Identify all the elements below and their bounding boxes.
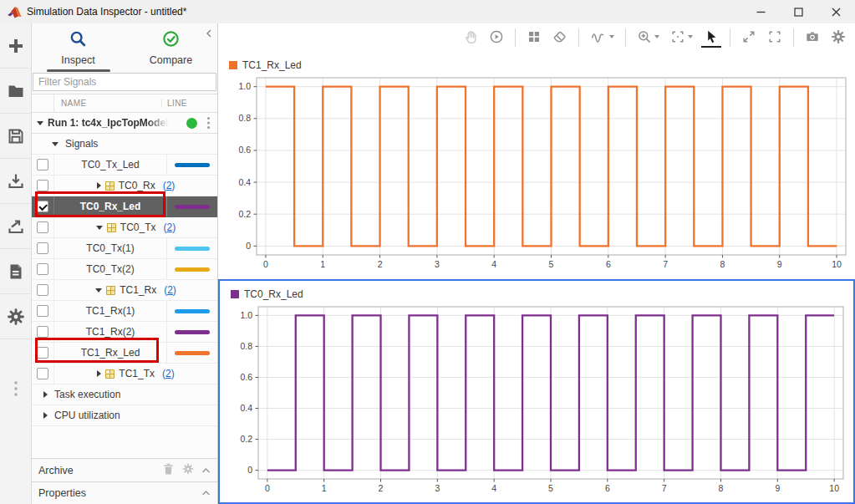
signal-row-tc1-rx-2[interactable]: TC1_Rx(2) [32, 322, 217, 343]
checkbox-tc0-rx[interactable] [37, 180, 48, 191]
signal-count-link[interactable]: (2) [162, 368, 175, 379]
pan-button[interactable] [461, 28, 481, 48]
maximize-button[interactable] [780, 0, 817, 23]
chevron-up-icon[interactable] [201, 487, 211, 499]
filter-signals-input[interactable] [33, 73, 216, 91]
signal-trace-button[interactable] [588, 28, 617, 48]
collapse-panel-button[interactable] [205, 27, 213, 42]
group-row-signals[interactable]: Signals [32, 134, 217, 155]
diagonal-arrows-icon [741, 29, 756, 44]
close-icon [832, 8, 840, 16]
category-row-task-execution[interactable]: Task execution [32, 384, 217, 405]
layout-button[interactable] [524, 28, 544, 48]
matrix-row-tc0-tx[interactable]: TC0_Tx(2) [32, 217, 217, 238]
subplot-tc1-rx-led[interactable]: TC1_Rx_Led01234567891000.20.40.60.81.0 [218, 52, 855, 279]
chevron-up-icon[interactable] [201, 465, 211, 476]
line-swatch [175, 267, 210, 272]
save-icon [7, 127, 25, 145]
more-button[interactable] [0, 366, 31, 410]
plot-toolbar [218, 23, 855, 52]
x-tick-label: 6 [606, 259, 611, 269]
signal-count-link[interactable]: (2) [163, 180, 176, 191]
row-label-cell: TC0_Rx(2) [54, 176, 217, 196]
dropdown-caret-icon[interactable] [609, 35, 614, 38]
expander-right-icon[interactable] [97, 370, 101, 377]
signal-row-tc0-tx-2[interactable]: TC0_Tx(2) [32, 259, 217, 280]
signal-row-tc0-rx-led[interactable]: TC0_Rx_Led [32, 196, 217, 217]
save-button[interactable] [0, 114, 31, 159]
minimize-button[interactable] [742, 0, 780, 23]
tab-inspect[interactable]: Inspect [32, 23, 125, 72]
open-button[interactable] [0, 69, 31, 114]
matrix-label: TC0_Rx [119, 180, 155, 191]
matrix-row-tc1-tx[interactable]: TC1_Tx(2) [32, 364, 217, 384]
new-button[interactable] [0, 23, 31, 69]
report-button[interactable] [0, 249, 31, 294]
expander-right-icon[interactable] [43, 391, 48, 398]
checkbox-tc0-tx[interactable] [37, 221, 48, 233]
clear-button[interactable] [550, 28, 570, 48]
replay-button[interactable] [486, 28, 506, 48]
signal-count-link[interactable]: (2) [164, 221, 176, 233]
gear-icon[interactable] [182, 463, 194, 477]
import-icon [7, 172, 25, 191]
export-button[interactable] [0, 204, 31, 249]
checkbox-tc1-rx-1[interactable] [37, 305, 48, 317]
run-row-run-1-tc4x-ipctopmodel[interactable]: Run 1: tc4x_IpcTopModel[ [32, 113, 217, 134]
dropdown-caret-icon[interactable] [688, 35, 693, 38]
chart-canvas[interactable]: 01234567891000.20.40.60.81.0 [220, 303, 851, 501]
list-empty-area [32, 426, 217, 458]
matrix-row-tc0-rx[interactable]: TC0_Rx(2) [32, 176, 217, 196]
signal-count-link[interactable]: (2) [164, 284, 176, 296]
checkbox-tc1-tx[interactable] [37, 368, 48, 379]
run-menu-kebab-icon[interactable] [206, 116, 211, 130]
close-button[interactable] [817, 0, 855, 23]
subplot-tc0-rx-led-selected[interactable]: TC0_Rx_Led01234567891000.20.40.60.81.0 [218, 279, 855, 504]
checkbox-tc0-rx-led[interactable] [37, 201, 48, 212]
fullscreen-button[interactable] [765, 28, 785, 48]
signal-row-tc1-rx-led[interactable]: TC1_Rx_Led [32, 343, 217, 364]
properties-section-header[interactable]: Properties [32, 481, 217, 504]
checkbox-tc1-rx[interactable] [37, 284, 48, 296]
checkbox-tc0-tx-2[interactable] [37, 263, 48, 275]
signal-row-tc1-rx-1[interactable]: TC1_Rx(1) [32, 301, 217, 322]
check-circle-icon [160, 29, 181, 53]
checkbox-tc1-rx-led[interactable] [37, 347, 48, 359]
expand-button[interactable] [739, 28, 759, 48]
matrix-row-tc1-rx[interactable]: TC1_Rx(2) [32, 280, 217, 301]
snapshot-button[interactable] [802, 28, 822, 48]
toolbar-separator [625, 28, 626, 47]
list-header: NAME LINE [32, 94, 217, 113]
checkbox-tc0-tx-led[interactable] [37, 159, 48, 171]
expander-down-icon[interactable] [95, 288, 102, 293]
toolbar-separator [730, 28, 730, 47]
zoom-button[interactable] [634, 28, 662, 48]
signal-label: TC0_Rx_Led [80, 201, 141, 212]
expander-right-icon[interactable] [97, 182, 101, 189]
expander-down-icon[interactable] [37, 121, 43, 125]
header-line-column: LINE [161, 99, 217, 108]
line-style-cell [166, 238, 217, 258]
tab-compare[interactable]: Compare [125, 23, 217, 72]
category-row-cpu-utilization[interactable]: CPU utilization [32, 405, 217, 426]
trash-icon[interactable] [162, 462, 175, 478]
checkbox-tc1-rx-2[interactable] [37, 326, 48, 338]
signal-row-tc0-tx-led[interactable]: TC0_Tx_Led [32, 155, 217, 176]
preferences-button[interactable] [0, 294, 31, 339]
expander-right-icon[interactable] [43, 412, 48, 419]
kebab-icon [13, 380, 18, 397]
report-icon [7, 262, 25, 281]
expander-down-icon[interactable] [96, 226, 103, 230]
x-tick-label: 2 [379, 483, 384, 493]
checkbox-tc0-tx-1[interactable] [37, 242, 48, 254]
settings-button[interactable] [828, 28, 848, 48]
signal-row-tc0-tx-1[interactable]: TC0_Tx(1) [32, 238, 217, 259]
chart-canvas[interactable]: 01234567891000.20.40.60.81.0 [218, 74, 853, 277]
fit-to-view-button[interactable] [668, 28, 695, 48]
archive-section-header[interactable]: Archive [32, 458, 217, 481]
pointer-button[interactable] [701, 28, 721, 48]
import-button[interactable] [0, 159, 31, 204]
checkbox-cell [32, 217, 54, 237]
expander-down-icon[interactable] [52, 142, 59, 146]
dropdown-caret-icon[interactable] [654, 35, 659, 38]
